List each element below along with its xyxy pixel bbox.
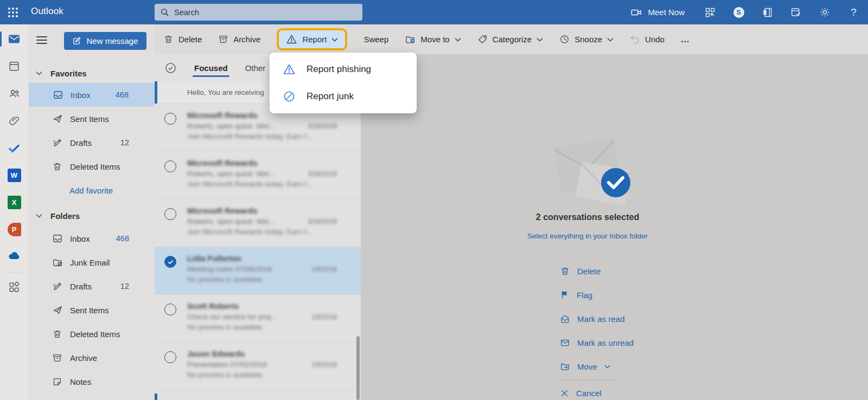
favorite-sent-items[interactable]: Sent Items [28,107,155,131]
message-row-selected[interactable]: Lidia Fullerton Meeting notes 07/06/2018… [155,247,361,295]
rail-more-apps-icon[interactable] [0,275,28,300]
message-checkbox[interactable] [164,351,176,363]
folder-junk-email[interactable]: Junk Email [28,250,155,274]
add-favorite-link[interactable]: Add favorite [28,178,155,202]
menu-item-report-phishing[interactable]: Report phishing [270,56,417,83]
undo-button[interactable]: Undo [630,34,665,44]
hamburger-menu-icon[interactable] [36,36,48,44]
rail-powerpoint-icon[interactable]: P [0,217,28,242]
rail-attachments-icon[interactable] [0,108,28,133]
envelope-icon [560,338,570,348]
folder-deleted-items[interactable]: Deleted Items [28,322,155,346]
folder-drafts[interactable]: Drafts 12 [28,274,155,298]
send-icon [52,113,63,124]
selected-indicator [155,393,157,400]
rail-calendar-icon[interactable] [0,54,28,79]
inbox-icon [52,233,63,244]
message-checkbox[interactable] [164,208,176,220]
warning-triangle-icon [286,34,297,45]
command-bar: Delete Archive Report Sweep Move to Cate… [155,24,868,54]
folder-notes[interactable]: Notes [28,370,155,393]
folder-archive[interactable]: Archive [28,346,155,370]
trash-icon [52,329,63,339]
menu-item-report-junk[interactable]: Report junk [270,83,417,110]
favorite-deleted-items[interactable]: Deleted Items [28,154,155,178]
tag-icon [477,34,488,44]
favorites-list: Inbox 468 Sent Items Drafts 12 Deleted I… [28,83,155,202]
folder-sent-items[interactable]: Sent Items [28,298,155,322]
rail-onedrive-icon[interactable] [0,244,28,269]
search-box[interactable] [155,4,362,21]
sweep-button[interactable]: Sweep [363,35,388,44]
flag-icon [560,290,570,300]
outlook-app: Outlook Meet Now S [0,0,868,400]
tab-focused[interactable]: Focused [194,56,228,80]
selection-count-title: 2 conversations selected [506,212,669,222]
favorite-drafts[interactable]: Drafts 12 [28,131,155,154]
tab-other[interactable]: Other [245,56,266,80]
bulk-move-button[interactable]: Move [560,354,634,378]
snooze-button[interactable]: Snooze [559,34,614,44]
list-scrollbar-thumb[interactable] [356,336,360,400]
bulk-cancel-button[interactable]: Cancel [560,381,634,400]
message-row[interactable]: Microsoft Rewards Roberts, open quick: W… [155,199,361,247]
more-commands-button[interactable]: ... [681,35,690,44]
folders-header[interactable]: Folders [28,206,155,225]
app-title: Outlook [31,6,63,17]
move-to-button[interactable]: Move to [405,34,461,45]
qr-code-icon[interactable] [695,0,724,24]
bulk-mark-unread-button[interactable]: Mark as unread [560,331,634,354]
rail-people-icon[interactable] [0,81,28,106]
skype-icon[interactable]: S [724,0,753,24]
message-row[interactable]: Microsoft Rewards Roberts, open quick: W… [155,152,361,199]
message-checkbox[interactable] [164,304,176,315]
chevron-down-icon [36,71,42,75]
app-rail: W X P [0,24,28,400]
rail-mail-icon[interactable] [0,27,28,51]
archive-button[interactable]: Archive [218,34,260,44]
bulk-mark-read-button[interactable]: Mark as read [560,307,634,331]
reading-pane: 2 conversations selected Select everythi… [361,54,868,400]
chevron-down-icon [36,214,42,218]
app-launcher-icon[interactable] [5,5,21,20]
move-folder-icon [560,362,570,372]
bookings-icon[interactable] [782,0,810,24]
folder-inbox[interactable]: Inbox 468 [28,227,155,250]
trash-icon [163,34,174,44]
categorize-button[interactable]: Categorize [477,34,544,44]
help-icon[interactable]: ? [839,0,868,24]
bulk-flag-button[interactable]: Flag [560,283,634,307]
report-button-highlighted[interactable]: Report [277,28,347,50]
new-message-button[interactable]: New message [64,32,146,50]
junk-folder-icon [52,257,63,268]
clock-icon [559,34,570,44]
selected-indicator [155,81,157,104]
onenote-icon[interactable] [753,0,782,24]
chevron-down-icon [604,365,610,369]
rail-excel-icon[interactable]: X [0,190,28,215]
settings-gear-icon[interactable] [810,0,839,24]
folder-pane: New message Favorites Inbox 468 Sent Ite… [28,24,155,400]
search-input[interactable] [174,8,357,17]
report-dropdown-menu: Report phishing Report junk [270,53,417,113]
message-checkbox-checked[interactable] [164,256,176,268]
bulk-delete-button[interactable]: Delete [560,259,634,283]
favorites-header[interactable]: Favorites [28,63,155,83]
message-checkbox[interactable] [164,160,176,172]
message-checkbox[interactable] [164,113,176,125]
rail-word-icon[interactable]: W [0,163,28,188]
bulk-actions: Delete Flag Mark as read Mark as unread … [560,259,634,400]
select-all-icon[interactable] [164,62,177,74]
favorite-inbox[interactable]: Inbox 468 [29,83,154,107]
trash-icon [560,266,570,276]
warning-triangle-icon [283,63,296,76]
search-icon [160,8,169,17]
trash-icon [52,162,63,172]
meet-now-button[interactable]: Meet Now [625,0,695,24]
rail-todo-icon[interactable] [0,136,28,160]
select-everything-link[interactable]: Select everything in your Inbox folder [506,232,669,240]
delete-button[interactable]: Delete [163,34,202,44]
message-row[interactable]: Jason Edwards Presentation 07/02/20181/5… [155,343,361,390]
message-row[interactable]: Scott Roberts Check our service for proj… [155,295,361,343]
message-row-partial[interactable] [155,390,361,400]
